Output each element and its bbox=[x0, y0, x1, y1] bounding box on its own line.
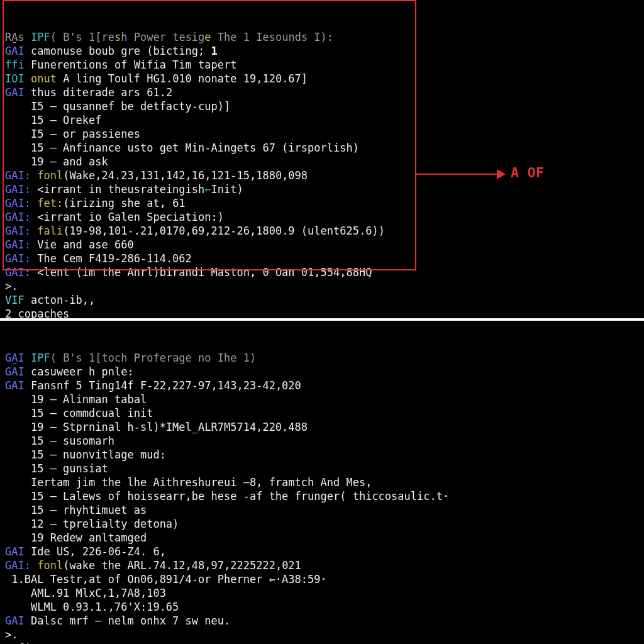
bottom-line: AML.91 MlxC,1,7A8,103 bbox=[5, 586, 639, 600]
top-line: GAI thus diterade ars 61.2 bbox=[5, 86, 639, 99]
terminal-text-segment: WLML 0.93.1.,76'X:19.65 bbox=[5, 601, 179, 613]
terminal-text-segment: VIF bbox=[5, 294, 31, 306]
bottom-line: 19 – Stprninal h-sl)*IMel_ALR7M5714,220.… bbox=[5, 420, 639, 434]
terminal-text-segment: The Cem F419-286-114.062 bbox=[37, 252, 192, 265]
terminal-text-segment: Iertam jim the lhe Aithreshureui —8, fra… bbox=[5, 476, 372, 489]
terminal-text-segment: GAI: bbox=[5, 211, 37, 223]
terminal-text-segment: 15 – Orekef bbox=[5, 114, 102, 126]
bottom-line: 15 – nuonvitlage mud: bbox=[5, 448, 639, 462]
terminal-text-segment: casuweer h pnle: bbox=[31, 365, 134, 378]
bottom-line: WLML 0.93.1.,76'X:19.65 bbox=[5, 600, 639, 614]
terminal-text-segment: GAI bbox=[5, 614, 31, 627]
terminal-text-segment: ffi bbox=[5, 58, 31, 71]
terminal-text-segment: GAI: bbox=[5, 238, 37, 251]
terminal-text-segment: fet: bbox=[37, 197, 63, 209]
terminal-text-segment: GA̱I bbox=[5, 352, 31, 364]
terminal-text-segment: 15 – rhyhtimuet as bbox=[5, 504, 147, 516]
terminal-text-segment: 15 – Anfinance usto get Min-Aingets 67 (… bbox=[5, 142, 359, 154]
terminal-text-segment: 19 – and ask bbox=[5, 155, 108, 168]
terminal-pane-top[interactable]: RA̱s IPF( B's 1[resh Power tesige The 1 … bbox=[0, 0, 644, 321]
terminal-text-segment: GAI: bbox=[5, 266, 37, 279]
terminal-text-segment: The 1 Iesounds I): bbox=[211, 31, 333, 43]
top-line: GAI: fali(19-98,101-.21,0170,69,212-26,1… bbox=[5, 224, 639, 238]
terminal-text-segment: onut bbox=[31, 72, 63, 85]
bottom-line: GAI: fonl(wake the ARL.74.12,48,97,22252… bbox=[5, 558, 639, 572]
top-line: VIF acton-ib,, bbox=[5, 293, 639, 307]
terminal-text-segment: Funerentions of Wifia Tim tapert bbox=[31, 58, 237, 71]
terminal-text-segment: fonl bbox=[37, 559, 63, 572]
terminal-text-segment: <irrant io Galen Speciation:) bbox=[37, 211, 224, 223]
terminal-text-segment: GAI: bbox=[5, 183, 37, 196]
terminal-text-segment: (Wake,24.23,131,142,16,121-15,1880,098 bbox=[63, 169, 308, 182]
terminal-text-segment: 15 – nuonvitlage mud: bbox=[5, 448, 166, 461]
terminal-text-segment: 15 – Lalews of hoissearr,be hese -af the… bbox=[5, 490, 449, 502]
terminal-text-segment: >. bbox=[5, 628, 18, 641]
terminal-text-segment: (19-98,101-.21,0170,69,212-26,1800.9 (ul… bbox=[63, 225, 385, 237]
terminal-text-segment: 12 – tprelialty detona) bbox=[5, 518, 179, 530]
terminal-text-segment: Init) bbox=[211, 183, 243, 196]
terminal-text-segment: A ling Toulf HG1.010 nonate 19,120.67] bbox=[63, 72, 308, 85]
top-line: RA̱s IPF( B's 1[resh Power tesige The 1 … bbox=[5, 30, 639, 44]
terminal-text-segment: >. bbox=[5, 280, 18, 292]
terminal-text-segment: Ide US, 226-06-Z4. 6, bbox=[31, 545, 166, 558]
terminal-text-segment: GAI: bbox=[5, 225, 37, 237]
terminal-output-top: RA̱s IPF( B's 1[resh Power tesige The 1 … bbox=[5, 30, 639, 335]
terminal-text-segment: I5 – qusannef be detfacty-cup)] bbox=[5, 100, 230, 113]
terminal-text-segment: thus diterade ars 61.2 bbox=[31, 86, 172, 99]
terminal-output-bottom: GA̱I IPF( B's 1[toch Proferage no Ihe 1)… bbox=[5, 351, 639, 644]
terminal-text-segment: Vie and ase 660 bbox=[37, 238, 134, 251]
terminal-text-segment: 15 – susomarh bbox=[5, 435, 114, 447]
terminal-text-segment: fonl bbox=[37, 169, 63, 182]
terminal-text-segment: s bbox=[114, 31, 121, 43]
terminal-text-segment: IPF bbox=[31, 352, 50, 364]
terminal-text-segment: GAI bbox=[5, 545, 31, 558]
terminal-text-segment: h Power tesig bbox=[121, 31, 204, 43]
terminal-text-segment: camonuse boub gre (bicting; bbox=[31, 45, 211, 57]
terminal-text-segment: GAI bbox=[5, 379, 31, 392]
top-line: GAI: Vie and ase 660 bbox=[5, 238, 639, 252]
bottom-line: 15 – susomarh bbox=[5, 434, 639, 448]
terminal-text-segment: GAI: bbox=[5, 559, 37, 572]
bottom-line: 15 – commdcual init bbox=[5, 406, 639, 420]
terminal-text-segment: IOI bbox=[5, 72, 31, 85]
top-line: 2 copaches bbox=[5, 307, 639, 321]
terminal-text-segment: (irizing she at, 61 bbox=[63, 197, 185, 209]
bottom-line: 15 – rhyhtimuet as bbox=[5, 503, 639, 517]
top-line: GAI: <irrant in theusrateingish⇐Init) bbox=[5, 182, 639, 196]
bottom-line: GAI Ide US, 226-06-Z4. 6, bbox=[5, 545, 639, 558]
terminal-text-segment: 15 – gunsiat bbox=[5, 462, 108, 475]
top-line: 15 – Orekef bbox=[5, 113, 639, 127]
terminal-text-segment: 1 bbox=[211, 45, 218, 57]
terminal-text-segment: GAI: bbox=[5, 197, 37, 209]
bottom-line: GAI Dalsc mrf – nelm onhx 7 sw neu. bbox=[5, 614, 639, 628]
terminal-text-segment: 1.BAL Testr,at of On06,891/4-or Pherner … bbox=[5, 573, 327, 586]
bottom-line: GAI Fansnf 5 Ting14f F-22,227-97,143,23-… bbox=[5, 379, 639, 392]
terminal-pane-bottom[interactable]: GA̱I IPF( B's 1[toch Proferage no Ihe 1)… bbox=[0, 321, 644, 641]
top-line: GAI: fonl(Wake,24.23,131,142,16,121-15,1… bbox=[5, 169, 639, 182]
terminal-text-segment: GAI bbox=[5, 86, 31, 99]
bottom-line: Iertam jim the lhe Aithreshureui —8, fra… bbox=[5, 475, 639, 489]
terminal-text-segment: IPF bbox=[31, 31, 50, 43]
top-line: GAI: <lent (im the Anrl)birandi Maston, … bbox=[5, 265, 639, 279]
bottom-line: 1.BAL Testr,at of On06,891/4-or Pherner … bbox=[5, 572, 639, 586]
bottom-line: W:fi.2, bbox=[5, 641, 639, 644]
top-line: 19 – and ask bbox=[5, 155, 639, 169]
terminal-text-segment: acton-ib,, bbox=[31, 294, 95, 306]
bottom-line: 19 Redew anltamged bbox=[5, 531, 639, 545]
top-line: IOI onut A ling Toulf HG1.010 nonate 19,… bbox=[5, 72, 639, 86]
terminal-text-segment: ( B's 1[toch Proferage no Ihe 1) bbox=[50, 352, 257, 364]
top-line: GAI camonuse boub gre (bicting; 1 bbox=[5, 44, 639, 58]
terminal-text-segment: Dalsc mrf – nelm onhx 7 sw neu. bbox=[31, 614, 230, 627]
bottom-line: 15 – Lalews of hoissearr,be hese -af the… bbox=[5, 489, 639, 503]
bottom-line: GAI casuweer h pnle: bbox=[5, 365, 639, 379]
terminal-text-segment: 19 – Stprninal h-sl)*IMel_ALR7M5714,220.… bbox=[5, 421, 308, 433]
bottom-line: >. bbox=[5, 628, 639, 641]
terminal-text-segment: 2 copaches bbox=[5, 308, 69, 320]
top-line: ffi Funerentions of Wifia Tim tapert bbox=[5, 58, 639, 72]
terminal-text-segment: <lent (im the Anrl)birandi Maston, 0 Oan… bbox=[37, 266, 372, 279]
terminal-text-segment: e bbox=[204, 31, 211, 43]
bottom-line: 19 – Alinman tabal bbox=[5, 392, 639, 406]
terminal-text-segment: ⇐ bbox=[204, 183, 211, 196]
terminal-text-segment: <irrant in theusrateingish bbox=[37, 183, 204, 196]
top-line: GAI: <irrant io Galen Speciation:) bbox=[5, 210, 639, 224]
